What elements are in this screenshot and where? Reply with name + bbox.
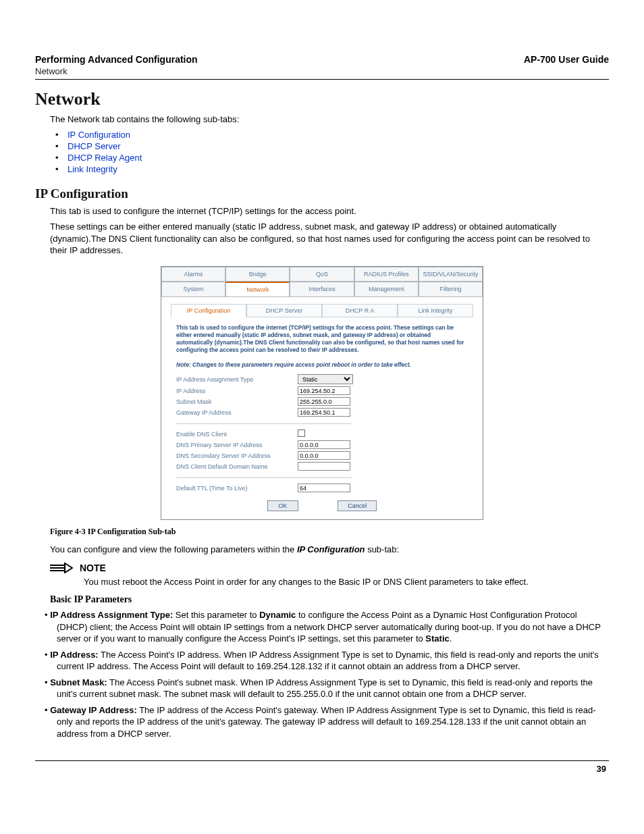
tab-bridge[interactable]: Bridge	[225, 267, 290, 282]
header-subtitle: Network	[35, 66, 198, 76]
subtab-link-integrity[interactable]: Link Integrity	[398, 304, 473, 317]
ipconfig-paragraph-2: These settings can be either entered man…	[50, 221, 609, 257]
select-assignment-type[interactable]: Static	[298, 374, 353, 384]
tab-qos[interactable]: QoS	[290, 267, 354, 282]
subtab-dhcp-ra[interactable]: DHCP R A	[322, 304, 398, 317]
input-gateway-ip[interactable]	[298, 408, 350, 417]
intro-paragraph: The Network tab contains the following s…	[50, 113, 609, 126]
label-default-ttl: Default TTL (Time To Live)	[176, 485, 298, 492]
divider-2	[176, 477, 352, 478]
tab-network[interactable]: Network	[225, 282, 290, 297]
panel-reboot-note: Note: Changes to these parameters requir…	[176, 361, 411, 368]
subtab-ip-configuration[interactable]: IP Configuration	[171, 304, 246, 317]
subtab-dhcp-server[interactable]: DHCP Server	[246, 304, 322, 317]
input-subnet-mask[interactable]	[298, 397, 350, 406]
tab-management[interactable]: Management	[354, 282, 419, 297]
input-dns-secondary[interactable]	[298, 451, 350, 460]
page-number: 39	[35, 764, 609, 774]
ok-button[interactable]: OK	[267, 500, 298, 511]
subsection-heading-ip-configuration: IP Configuration	[35, 186, 609, 201]
section-heading-network: Network	[35, 89, 609, 109]
post-figure-intro: You can configure and view the following…	[50, 544, 609, 556]
note-body: You must reboot the Access Point in orde…	[84, 576, 609, 588]
label-gateway-ip: Gateway IP Address	[176, 409, 298, 416]
basic-ip-parameter-list: IP Address Assignment Type: Set this par…	[45, 609, 609, 739]
link-dhcp-server[interactable]: DHCP Server	[68, 141, 121, 151]
label-dns-primary: DNS Primary Server IP Address	[176, 442, 298, 448]
tab-row-lower: System Network Interfaces Management Fil…	[161, 282, 483, 297]
note-arrow-icon	[50, 563, 73, 573]
header-rule	[35, 79, 609, 80]
tab-filtering[interactable]: Filtering	[419, 282, 483, 297]
svg-marker-3	[65, 563, 72, 573]
tab-row-upper: Alarms Bridge QoS RADIUS Profiles SSID/V…	[161, 267, 483, 282]
input-ip-address[interactable]	[298, 386, 350, 395]
config-ui-screenshot: Alarms Bridge QoS RADIUS Profiles SSID/V…	[161, 266, 483, 520]
header-title: Performing Advanced Configuration	[35, 54, 198, 65]
label-subnet-mask: Subnet Mask	[176, 398, 298, 405]
param-ip-address: IP Address: The Access Point's IP addres…	[45, 649, 609, 673]
label-dns-domain: DNS Client Default Domain Name	[176, 463, 298, 470]
cancel-button[interactable]: Cancel	[338, 500, 377, 511]
tab-system[interactable]: System	[161, 282, 225, 297]
subtab-link-list: IP Configuration DHCP Server DHCP Relay …	[55, 130, 609, 174]
param-assignment-type: IP Address Assignment Type: Set this par…	[45, 609, 609, 645]
label-assignment-type: IP Address Assignment Type	[176, 376, 298, 383]
input-default-ttl[interactable]	[298, 484, 350, 492]
param-subnet-mask: Subnet Mask: The Access Point's subnet m…	[45, 677, 609, 700]
panel-description: This tab is used to configure the intern…	[176, 324, 468, 369]
input-dns-primary[interactable]	[298, 440, 350, 449]
footer-rule	[35, 760, 609, 761]
input-dns-domain[interactable]	[298, 462, 350, 471]
tab-ssid-vlan-security[interactable]: SSID/VLAN/Security	[419, 267, 483, 282]
label-dns-secondary: DNS Secondary Server IP Address	[176, 452, 298, 459]
tab-interfaces[interactable]: Interfaces	[290, 282, 354, 297]
tab-radius-profiles[interactable]: RADIUS Profiles	[354, 267, 419, 282]
label-enable-dns-client: Enable DNS Client	[176, 431, 298, 438]
divider-1	[176, 423, 352, 424]
heading-basic-ip-parameters: Basic IP Parameters	[50, 594, 609, 605]
header-guide: AP-700 User Guide	[524, 54, 609, 65]
note-label: NOTE	[80, 563, 106, 573]
link-dhcp-relay-agent[interactable]: DHCP Relay Agent	[68, 153, 142, 163]
checkbox-enable-dns-client[interactable]	[298, 429, 305, 437]
param-gateway-ip: Gateway IP Address: The IP address of th…	[45, 704, 609, 740]
link-ip-configuration[interactable]: IP Configuration	[68, 130, 130, 140]
ipconfig-paragraph-1: This tab is used to configure the intern…	[50, 205, 609, 217]
label-ip-address: IP Address	[176, 388, 298, 394]
subtab-row: IP Configuration DHCP Server DHCP R A Li…	[171, 304, 473, 317]
figure-caption: Figure 4-3 IP Configuration Sub-tab	[50, 527, 609, 537]
link-link-integrity[interactable]: Link Integrity	[68, 164, 117, 174]
tab-alarms[interactable]: Alarms	[161, 267, 225, 282]
